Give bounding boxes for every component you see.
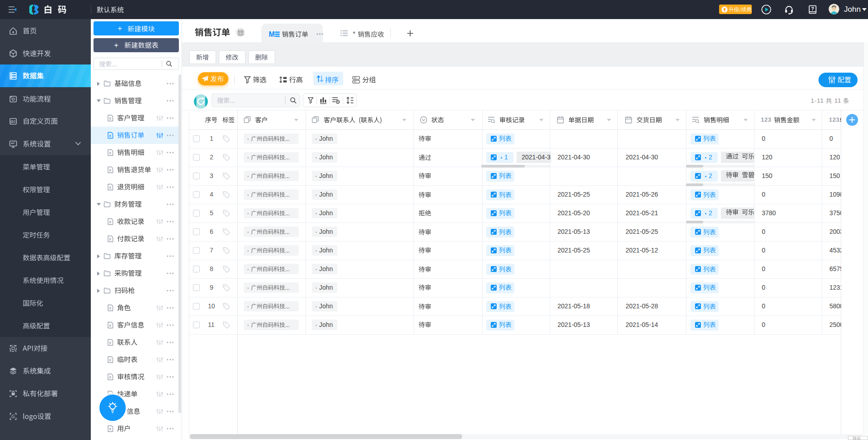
svg-text:?: ? [811,6,814,11]
svg-text:G: G [11,414,15,419]
